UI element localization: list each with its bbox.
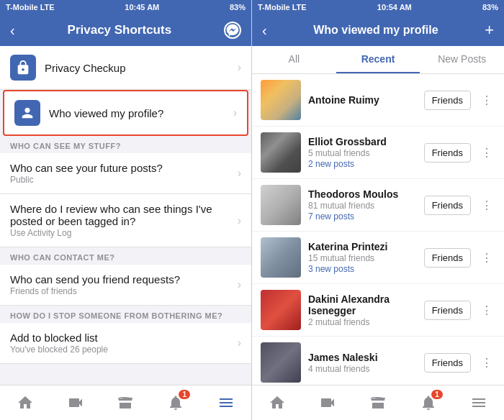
friend-requests-chevron: › bbox=[238, 278, 241, 291]
profile-mutual: 4 mutual friends bbox=[308, 364, 417, 374]
profile-info: Katerina Printezi 15 mutual friends 3 ne… bbox=[308, 241, 417, 274]
right-nav-store[interactable] bbox=[353, 385, 403, 420]
menu-item-privacy-checkup[interactable]: Privacy Checkup › bbox=[0, 46, 251, 90]
profile-info: James Naleski 4 mutual friends bbox=[308, 352, 417, 374]
left-back-button[interactable]: ‹ bbox=[10, 22, 15, 39]
menu-item-friend-requests[interactable]: Who can send you friend requests? Friend… bbox=[0, 265, 251, 306]
avatar bbox=[261, 132, 301, 173]
friends-button[interactable]: Friends bbox=[424, 248, 471, 268]
list-item: Elliot Grossbard 5 mutual friends 2 new … bbox=[252, 127, 504, 179]
avatar bbox=[261, 290, 301, 330]
avatar bbox=[261, 342, 301, 383]
left-carrier: T-Mobile LTE bbox=[6, 3, 55, 12]
tab-new-posts[interactable]: New Posts bbox=[420, 46, 504, 73]
friends-button[interactable]: Friends bbox=[424, 353, 471, 373]
list-item: Theodoros Moulos 81 mutual friends 7 new… bbox=[252, 179, 504, 232]
menu-item-future-posts[interactable]: Who can see your future posts? Public › bbox=[0, 153, 251, 194]
profile-name: Theodoros Moulos bbox=[308, 188, 417, 200]
right-plus-button[interactable]: + bbox=[485, 21, 494, 40]
left-nav-video[interactable] bbox=[50, 385, 101, 420]
profile-mutual: 5 mutual friends bbox=[308, 148, 417, 158]
future-posts-chevron: › bbox=[238, 167, 241, 180]
block-label: Add to blocked list You've blocked 26 pe… bbox=[10, 332, 229, 355]
right-status-bar: T-Mobile LTE 10:54 AM 83% bbox=[252, 0, 504, 14]
left-notifications-badge: 1 bbox=[179, 390, 190, 399]
left-bottom-nav: 1 bbox=[0, 385, 251, 420]
menu-item-block[interactable]: Add to blocked list You've blocked 26 pe… bbox=[0, 323, 251, 364]
more-options-icon[interactable]: ⋮ bbox=[478, 356, 495, 370]
right-battery: 83% bbox=[482, 3, 498, 12]
profile-name: Katerina Printezi bbox=[308, 241, 417, 252]
profile-info: Elliot Grossbard 5 mutual friends 2 new … bbox=[308, 136, 417, 169]
profile-mutual: 15 mutual friends bbox=[308, 253, 417, 263]
right-panel: T-Mobile LTE 10:54 AM 83% ‹ Who viewed m… bbox=[252, 0, 504, 420]
more-options-icon[interactable]: ⋮ bbox=[478, 198, 495, 212]
who-viewed-chevron: › bbox=[233, 106, 237, 119]
messenger-icon[interactable] bbox=[224, 22, 241, 39]
who-viewed-label: Who viewed my profile? bbox=[49, 107, 225, 119]
section-header-contact: WHO CAN CONTACT ME? bbox=[0, 247, 251, 265]
right-nav-notifications[interactable]: 1 bbox=[403, 385, 454, 420]
profile-name: Elliot Grossbard bbox=[308, 136, 417, 147]
list-item: Antoine Ruimy Friends ⋮ bbox=[252, 74, 504, 127]
avatar bbox=[261, 185, 301, 225]
left-nav-menu[interactable] bbox=[201, 385, 251, 420]
left-time: 10:45 AM bbox=[125, 3, 159, 12]
more-options-icon[interactable]: ⋮ bbox=[478, 93, 495, 107]
activity-log-label: Where do I review who can see things I'v… bbox=[10, 203, 229, 238]
left-nav-notifications[interactable]: 1 bbox=[150, 385, 201, 420]
right-nav-title: Who viewed my profile bbox=[313, 24, 438, 37]
profile-new-posts: 7 new posts bbox=[308, 211, 417, 222]
friend-requests-label: Who can send you friend requests? Friend… bbox=[10, 273, 229, 296]
privacy-checkup-label: Privacy Checkup bbox=[45, 62, 229, 74]
privacy-checkup-chevron: › bbox=[238, 61, 241, 74]
profile-name: Dakini Alexandra Isenegger bbox=[308, 293, 417, 316]
tab-all[interactable]: All bbox=[252, 46, 336, 73]
left-nav-title: Privacy Shortcuts bbox=[68, 23, 172, 37]
list-item: Dakini Alexandra Isenegger 2 mutual frie… bbox=[252, 284, 504, 337]
left-status-bar: T-Mobile LTE 10:45 AM 83% bbox=[0, 0, 251, 14]
tabs-bar: All Recent New Posts bbox=[252, 46, 504, 74]
friends-button[interactable]: Friends bbox=[424, 301, 471, 320]
section-header-see-stuff: WHO CAN SEE MY STUFF? bbox=[0, 136, 251, 153]
activity-log-chevron: › bbox=[238, 214, 241, 227]
lock-icon bbox=[10, 55, 36, 81]
left-nav-bar: ‹ Privacy Shortcuts bbox=[0, 14, 251, 46]
left-panel: T-Mobile LTE 10:45 AM 83% ‹ Privacy Shor… bbox=[0, 0, 252, 420]
list-item: Katerina Printezi 15 mutual friends 3 ne… bbox=[252, 232, 504, 284]
profile-new-posts: 2 new posts bbox=[308, 159, 417, 169]
left-nav-home[interactable] bbox=[0, 385, 50, 420]
profile-info: Antoine Ruimy bbox=[308, 94, 417, 106]
menu-item-activity-log[interactable]: Where do I review who can see things I'v… bbox=[0, 194, 251, 247]
right-nav-video[interactable] bbox=[302, 385, 353, 420]
right-nav-home[interactable] bbox=[252, 385, 302, 420]
right-carrier: T-Mobile LTE bbox=[258, 3, 307, 12]
avatar bbox=[261, 80, 301, 120]
more-options-icon[interactable]: ⋮ bbox=[478, 251, 495, 265]
profile-new-posts: 3 new posts bbox=[308, 264, 417, 274]
profile-list: Antoine Ruimy Friends ⋮ Elliot Grossbard… bbox=[252, 74, 504, 385]
friends-button[interactable]: Friends bbox=[424, 196, 471, 215]
list-item: James Naleski 4 mutual friends Friends ⋮ bbox=[252, 337, 504, 385]
profile-info: Theodoros Moulos 81 mutual friends 7 new… bbox=[308, 188, 417, 222]
future-posts-label: Who can see your future posts? Public bbox=[10, 162, 229, 185]
right-notifications-badge: 1 bbox=[431, 390, 443, 399]
right-nav-menu[interactable] bbox=[454, 385, 504, 420]
right-time: 10:54 AM bbox=[377, 3, 412, 12]
profile-mutual: 2 mutual friends bbox=[308, 317, 417, 327]
more-options-icon[interactable]: ⋮ bbox=[478, 303, 495, 317]
person-icon bbox=[14, 100, 40, 126]
left-nav-store[interactable] bbox=[101, 385, 151, 420]
right-nav-bar: ‹ Who viewed my profile + bbox=[252, 14, 504, 46]
profile-info: Dakini Alexandra Isenegger 2 mutual frie… bbox=[308, 293, 417, 327]
friends-button[interactable]: Friends bbox=[424, 91, 471, 110]
friends-button[interactable]: Friends bbox=[424, 143, 471, 163]
more-options-icon[interactable]: ⋮ bbox=[478, 146, 495, 160]
left-menu-list: Privacy Checkup › Who viewed my profile?… bbox=[0, 46, 251, 385]
tab-recent[interactable]: Recent bbox=[336, 46, 420, 73]
menu-item-who-viewed[interactable]: Who viewed my profile? › bbox=[3, 90, 248, 136]
right-back-button[interactable]: ‹ bbox=[262, 22, 267, 39]
right-bottom-nav: 1 bbox=[252, 385, 504, 420]
avatar bbox=[261, 237, 301, 278]
block-chevron: › bbox=[238, 337, 241, 350]
